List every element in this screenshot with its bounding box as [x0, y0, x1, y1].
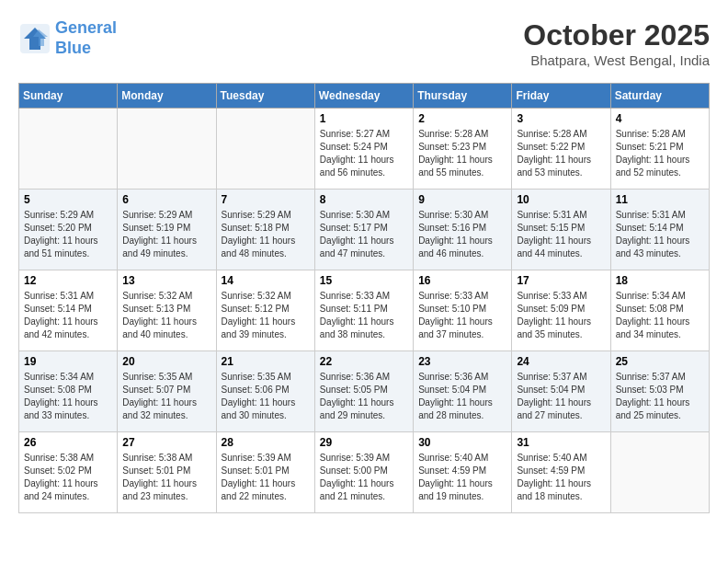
calendar-cell: 23Sunrise: 5:36 AM Sunset: 5:04 PM Dayli…	[414, 351, 512, 432]
day-number: 3	[517, 112, 605, 125]
day-detail: Sunrise: 5:35 AM Sunset: 5:07 PM Dayligh…	[122, 371, 210, 422]
day-number: 5	[24, 193, 112, 206]
calendar-cell: 11Sunrise: 5:31 AM Sunset: 5:14 PM Dayli…	[610, 190, 709, 270]
logo-icon	[18, 22, 51, 55]
calendar-cell: 19Sunrise: 5:34 AM Sunset: 5:08 PM Dayli…	[19, 351, 118, 432]
calendar-cell	[19, 109, 118, 190]
calendar-header-row: SundayMondayTuesdayWednesdayThursdayFrid…	[19, 84, 710, 109]
calendar-week-4: 19Sunrise: 5:34 AM Sunset: 5:08 PM Dayli…	[19, 351, 710, 432]
calendar-cell	[216, 109, 314, 190]
calendar-cell: 31Sunrise: 5:40 AM Sunset: 4:59 PM Dayli…	[512, 432, 610, 513]
calendar-cell: 28Sunrise: 5:39 AM Sunset: 5:01 PM Dayli…	[216, 432, 314, 513]
logo-line1: General	[55, 18, 117, 37]
logo-line2: Blue	[55, 39, 91, 57]
calendar-cell: 2Sunrise: 5:28 AM Sunset: 5:23 PM Daylig…	[414, 109, 512, 190]
day-detail: Sunrise: 5:30 AM Sunset: 5:16 PM Dayligh…	[418, 209, 506, 260]
col-header-sunday: Sunday	[19, 84, 118, 109]
calendar-cell: 1Sunrise: 5:27 AM Sunset: 5:24 PM Daylig…	[314, 109, 413, 190]
day-detail: Sunrise: 5:36 AM Sunset: 5:05 PM Dayligh…	[320, 371, 408, 422]
calendar-cell: 30Sunrise: 5:40 AM Sunset: 4:59 PM Dayli…	[414, 432, 512, 513]
day-number: 20	[122, 355, 210, 368]
title-block: October 2025 Bhatpara, West Bengal, Indi…	[523, 18, 710, 68]
logo-text: General Blue	[55, 18, 117, 58]
calendar-week-5: 26Sunrise: 5:38 AM Sunset: 5:02 PM Dayli…	[19, 432, 710, 513]
day-number: 26	[24, 436, 112, 449]
day-detail: Sunrise: 5:29 AM Sunset: 5:20 PM Dayligh…	[24, 209, 112, 260]
day-detail: Sunrise: 5:37 AM Sunset: 5:04 PM Dayligh…	[517, 371, 605, 422]
day-detail: Sunrise: 5:34 AM Sunset: 5:08 PM Dayligh…	[24, 371, 112, 422]
day-detail: Sunrise: 5:33 AM Sunset: 5:09 PM Dayligh…	[517, 290, 605, 341]
calendar-cell: 12Sunrise: 5:31 AM Sunset: 5:14 PM Dayli…	[19, 270, 118, 351]
calendar-cell: 5Sunrise: 5:29 AM Sunset: 5:20 PM Daylig…	[19, 190, 118, 270]
day-number: 29	[320, 436, 408, 449]
calendar-cell: 7Sunrise: 5:29 AM Sunset: 5:18 PM Daylig…	[216, 190, 314, 270]
day-detail: Sunrise: 5:33 AM Sunset: 5:10 PM Dayligh…	[418, 290, 506, 341]
day-number: 6	[122, 193, 210, 206]
day-detail: Sunrise: 5:34 AM Sunset: 5:08 PM Dayligh…	[616, 290, 704, 341]
day-detail: Sunrise: 5:31 AM Sunset: 5:14 PM Dayligh…	[616, 209, 704, 260]
day-detail: Sunrise: 5:32 AM Sunset: 5:12 PM Dayligh…	[222, 290, 310, 341]
calendar-week-1: 1Sunrise: 5:27 AM Sunset: 5:24 PM Daylig…	[19, 109, 710, 190]
day-number: 19	[24, 355, 112, 368]
day-detail: Sunrise: 5:37 AM Sunset: 5:03 PM Dayligh…	[616, 371, 704, 422]
day-number: 10	[517, 193, 605, 206]
calendar-cell: 24Sunrise: 5:37 AM Sunset: 5:04 PM Dayli…	[512, 351, 610, 432]
day-number: 17	[517, 274, 605, 287]
day-number: 8	[320, 193, 408, 206]
day-number: 18	[616, 274, 704, 287]
calendar-cell: 27Sunrise: 5:38 AM Sunset: 5:01 PM Dayli…	[118, 432, 216, 513]
day-detail: Sunrise: 5:31 AM Sunset: 5:15 PM Dayligh…	[517, 209, 605, 260]
col-header-friday: Friday	[512, 84, 610, 109]
day-detail: Sunrise: 5:29 AM Sunset: 5:19 PM Dayligh…	[122, 209, 210, 260]
day-number: 2	[418, 112, 506, 125]
calendar-cell: 14Sunrise: 5:32 AM Sunset: 5:12 PM Dayli…	[216, 270, 314, 351]
calendar-cell: 17Sunrise: 5:33 AM Sunset: 5:09 PM Dayli…	[512, 270, 610, 351]
day-detail: Sunrise: 5:28 AM Sunset: 5:23 PM Dayligh…	[418, 128, 506, 179]
calendar-cell: 4Sunrise: 5:28 AM Sunset: 5:21 PM Daylig…	[610, 109, 709, 190]
calendar-cell: 10Sunrise: 5:31 AM Sunset: 5:15 PM Dayli…	[512, 190, 610, 270]
col-header-saturday: Saturday	[610, 84, 709, 109]
col-header-thursday: Thursday	[414, 84, 512, 109]
day-number: 7	[222, 193, 310, 206]
calendar-cell: 6Sunrise: 5:29 AM Sunset: 5:19 PM Daylig…	[118, 190, 216, 270]
col-header-monday: Monday	[118, 84, 216, 109]
page-header: General Blue October 2025 Bhatpara, West…	[18, 18, 710, 68]
col-header-tuesday: Tuesday	[216, 84, 314, 109]
calendar-cell: 18Sunrise: 5:34 AM Sunset: 5:08 PM Dayli…	[610, 270, 709, 351]
day-detail: Sunrise: 5:38 AM Sunset: 5:02 PM Dayligh…	[24, 452, 112, 503]
calendar-cell: 9Sunrise: 5:30 AM Sunset: 5:16 PM Daylig…	[414, 190, 512, 270]
calendar-cell: 8Sunrise: 5:30 AM Sunset: 5:17 PM Daylig…	[314, 190, 413, 270]
day-number: 28	[222, 436, 310, 449]
calendar-week-2: 5Sunrise: 5:29 AM Sunset: 5:20 PM Daylig…	[19, 190, 710, 270]
day-number: 14	[222, 274, 310, 287]
day-number: 31	[517, 436, 605, 449]
day-number: 16	[418, 274, 506, 287]
calendar-cell: 26Sunrise: 5:38 AM Sunset: 5:02 PM Dayli…	[19, 432, 118, 513]
calendar-cell: 25Sunrise: 5:37 AM Sunset: 5:03 PM Dayli…	[610, 351, 709, 432]
day-number: 25	[616, 355, 704, 368]
day-number: 1	[320, 112, 408, 125]
calendar-table: SundayMondayTuesdayWednesdayThursdayFrid…	[18, 83, 710, 513]
day-number: 30	[418, 436, 506, 449]
day-number: 11	[616, 193, 704, 206]
day-detail: Sunrise: 5:39 AM Sunset: 5:01 PM Dayligh…	[222, 452, 310, 503]
calendar-cell: 29Sunrise: 5:39 AM Sunset: 5:00 PM Dayli…	[314, 432, 413, 513]
day-detail: Sunrise: 5:28 AM Sunset: 5:22 PM Dayligh…	[517, 128, 605, 179]
day-number: 15	[320, 274, 408, 287]
day-number: 9	[418, 193, 506, 206]
day-number: 23	[418, 355, 506, 368]
calendar-cell: 21Sunrise: 5:35 AM Sunset: 5:06 PM Dayli…	[216, 351, 314, 432]
calendar-cell	[610, 432, 709, 513]
day-detail: Sunrise: 5:36 AM Sunset: 5:04 PM Dayligh…	[418, 371, 506, 422]
calendar-cell: 22Sunrise: 5:36 AM Sunset: 5:05 PM Dayli…	[314, 351, 413, 432]
col-header-wednesday: Wednesday	[314, 84, 413, 109]
calendar-cell: 16Sunrise: 5:33 AM Sunset: 5:10 PM Dayli…	[414, 270, 512, 351]
calendar-cell: 3Sunrise: 5:28 AM Sunset: 5:22 PM Daylig…	[512, 109, 610, 190]
day-detail: Sunrise: 5:35 AM Sunset: 5:06 PM Dayligh…	[222, 371, 310, 422]
day-detail: Sunrise: 5:28 AM Sunset: 5:21 PM Dayligh…	[616, 128, 704, 179]
day-detail: Sunrise: 5:31 AM Sunset: 5:14 PM Dayligh…	[24, 290, 112, 341]
day-detail: Sunrise: 5:39 AM Sunset: 5:00 PM Dayligh…	[320, 452, 408, 503]
day-detail: Sunrise: 5:30 AM Sunset: 5:17 PM Dayligh…	[320, 209, 408, 260]
calendar-cell: 15Sunrise: 5:33 AM Sunset: 5:11 PM Dayli…	[314, 270, 413, 351]
location: Bhatpara, West Bengal, India	[523, 52, 710, 68]
